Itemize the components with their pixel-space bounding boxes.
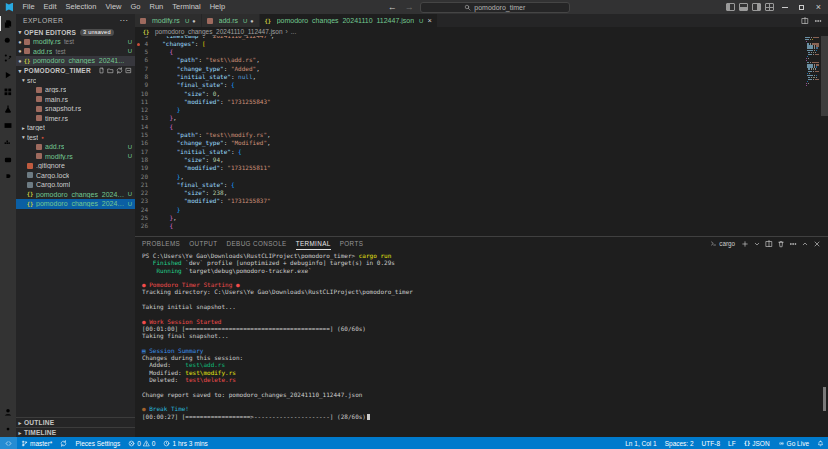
activity-account-icon[interactable] [0,403,16,420]
dirty-dot-icon[interactable]: ● [16,39,24,45]
rs-file-icon [36,144,42,150]
status-remote[interactable] [0,437,17,449]
menu-help[interactable]: Help [205,0,229,14]
activity-testing-icon[interactable] [0,100,16,117]
file-Cargo.toml[interactable]: Cargo.toml [16,180,135,190]
tab-modify.rs[interactable]: modify.rsU● [135,14,202,27]
activity-docker-icon[interactable] [0,134,16,151]
status-pieces-settings[interactable]: Pieces Settings [71,437,124,449]
toggle-secondary-sidebar-icon[interactable] [752,3,761,11]
new-folder-icon[interactable] [107,67,114,74]
open-editor-add.rs[interactable]: ●add.rstestU [16,47,135,57]
close-icon[interactable] [813,240,821,248]
dirty-dot-icon[interactable]: ● [192,18,195,24]
file-Cargo.lock[interactable]: Cargo.lock [16,171,135,181]
status-sync[interactable] [56,437,71,449]
file-args.rs[interactable]: args.rs [16,85,135,95]
status-eol[interactable]: LF [724,437,740,449]
activity-search-icon[interactable] [0,32,16,49]
dropdown-icon[interactable] [753,240,761,248]
open-editors-header[interactable]: ▾ OPEN EDITORS 3 unsaved [16,27,135,37]
panel-tab-ports[interactable]: PORTS [340,237,364,250]
file-pomodoro_changes_20241110_1...[interactable]: {}pomodoro_changes_20241110_1...U [16,190,135,200]
close-tab-icon[interactable]: × [427,16,431,25]
activity-copilot-icon[interactable] [0,151,16,168]
maximize-icon[interactable] [801,240,809,248]
more-actions-icon[interactable] [814,17,822,25]
menu-run[interactable]: Run [145,0,168,14]
outline-header[interactable]: ▸ OUTLINE [16,417,135,427]
folder-target[interactable]: ▸target [16,123,135,133]
forward-arrow-icon[interactable]: → [403,2,416,12]
folder-test[interactable]: ▾test● [16,133,135,143]
toggle-sidebar-icon[interactable] [726,3,735,11]
status-time-tracker[interactable]: 1 hrs 3 mins [159,437,211,449]
more-actions-icon[interactable]: ⋯ [120,16,128,25]
panel-tab-output[interactable]: OUTPUT [189,237,217,250]
toggle-panel-icon[interactable] [739,3,748,11]
file-main.rs[interactable]: main.rs [16,95,135,105]
status-go-live[interactable]: Go Live [774,437,813,449]
refresh-icon[interactable] [116,67,123,74]
more-icon[interactable] [789,240,797,248]
panel-tab-problems[interactable]: PROBLEMS [142,237,180,250]
file-snapshot.rs[interactable]: snapshot.rs [16,104,135,114]
timeline-header[interactable]: ▸ TIMELINE [16,427,135,437]
terminal-output[interactable]: PS C:\Users\Ye Gao\Downloads\RustCLIProj… [135,250,828,437]
panel-tab-terminal[interactable]: TERMINAL [296,237,331,250]
status-git-branch[interactable]: master* [17,437,56,449]
menu-edit[interactable]: Edit [39,0,61,14]
menu-file[interactable]: File [18,0,39,14]
activity-remote-explorer-icon[interactable] [0,117,16,134]
status-language-mode[interactable]: {}JSON [740,437,774,449]
workspace-header[interactable]: ▾ POMODORO_TIMER [16,66,135,76]
new-file-icon[interactable] [98,67,105,74]
open-editor-modify.rs[interactable]: ●modify.rstestU [16,37,135,47]
status-notifications[interactable] [813,437,828,449]
collapse-all-icon[interactable] [125,67,132,74]
file-timer.rs[interactable]: timer.rs [16,114,135,124]
minimap[interactable] [804,37,819,236]
file-modify.rs[interactable]: modify.rsU [16,152,135,162]
status-indentation[interactable]: Spaces: 2 [661,437,698,449]
split-editor-icon[interactable] [801,17,809,25]
activity-run-debug-icon[interactable] [0,66,16,83]
menu-selection[interactable]: Selection [61,0,101,14]
menu-go[interactable]: Go [126,0,145,14]
file-add.rs[interactable]: add.rsU [16,142,135,152]
folder-src[interactable]: ▾src [16,76,135,86]
search-box[interactable]: pomodoro_timer [420,2,570,13]
activity-source-control-icon[interactable] [0,49,16,66]
editor-scrollbar[interactable] [821,36,828,116]
terminal-scrollbar[interactable] [823,387,826,411]
file-pomodoro_changes_20241110_1...[interactable]: {}pomodoro_changes_20241110_1...U [16,199,135,209]
file-.gitignore[interactable]: .gitignore [16,161,135,171]
panel-tab-debug-console[interactable]: DEBUG CONSOLE [227,237,287,250]
activity-pieces-icon[interactable] [0,168,16,185]
dirty-dot-icon[interactable]: ● [250,18,253,24]
breakpoint-dot[interactable] [137,43,140,46]
dirty-dot-icon[interactable]: ● [16,48,24,54]
new-terminal-icon[interactable] [741,240,749,248]
activity-extensions-icon[interactable] [0,83,16,100]
activity-explorer-icon[interactable] [0,15,16,32]
menu-terminal[interactable]: Terminal [168,0,205,14]
terminal-instance[interactable]: cargo [710,240,735,247]
back-arrow-icon[interactable]: ← [386,2,399,12]
breadcrumb[interactable]: {} pomodoro_changes_20241110_112447.json… [135,27,828,36]
code-editor[interactable]: 3 "timestamp": "20241110_112447",4 "chan… [135,36,828,236]
minimize-button[interactable] [778,0,791,14]
activity-settings-icon[interactable] [0,420,16,437]
open-editor-pomodoro_changes_20241...[interactable]: ●{}pomodoro_changes_20241... [16,56,135,66]
status-encoding[interactable]: UTF-8 [698,437,724,449]
status-cursor-position[interactable]: Ln 1, Col 1 [621,437,660,449]
menu-view[interactable]: View [101,0,126,14]
tab-pomodoro_changes_20241110_112447.json[interactable]: {}pomodoro_changes_20241110_112447.jsonU… [260,14,438,27]
close-window-button[interactable]: × [812,0,825,14]
tab-add.rs[interactable]: add.rsU● [202,14,260,27]
split-icon[interactable] [765,240,773,248]
status-problems[interactable]: 00 [124,437,159,449]
customize-layout-icon[interactable] [765,3,774,11]
kill-icon[interactable] [777,240,785,248]
maximize-button[interactable] [795,0,808,14]
